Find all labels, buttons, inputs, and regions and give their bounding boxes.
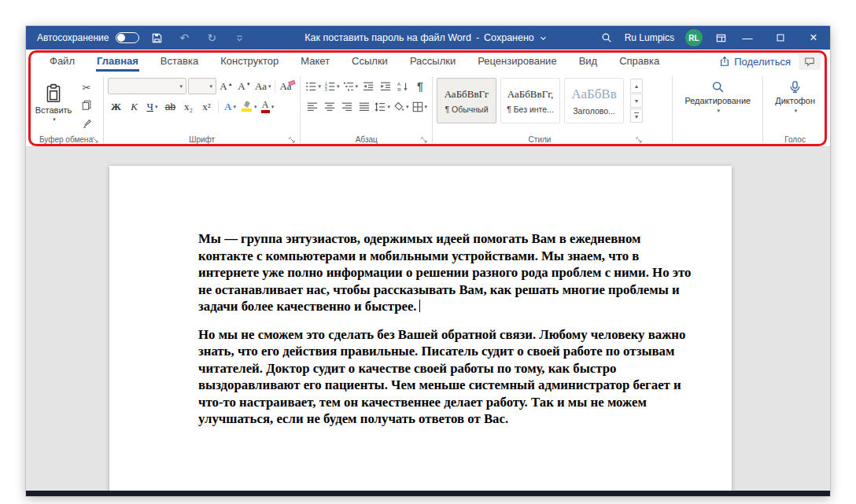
font-name-select[interactable]	[108, 78, 186, 94]
font-size-select[interactable]	[188, 78, 216, 94]
tab-view[interactable]: Вид	[568, 50, 609, 73]
superscript-button[interactable]: х²	[198, 98, 215, 115]
bullets-button[interactable]	[304, 78, 322, 94]
align-right-icon	[341, 101, 352, 112]
cut-button[interactable]: ✂	[77, 79, 96, 95]
align-left-icon	[307, 101, 318, 112]
ribbon-group-clipboard: Вставить ✂ Буфер обмена	[29, 73, 103, 146]
line-spacing-button[interactable]	[374, 98, 391, 115]
styles-dialog-launcher[interactable]	[635, 136, 643, 144]
copy-button[interactable]	[77, 97, 96, 113]
italic-button[interactable]: К	[126, 98, 142, 115]
ribbon-group-voice: Диктофон Голос	[763, 73, 827, 146]
increase-indent-button[interactable]	[378, 78, 393, 94]
tab-file[interactable]: Файл	[39, 50, 86, 73]
search-icon[interactable]	[596, 27, 617, 49]
shading-button[interactable]	[393, 98, 410, 115]
styles-scroll-up-button[interactable]: ▲	[630, 79, 643, 93]
style-card-heading1[interactable]: АаБбВв Заголово...	[564, 78, 624, 123]
multilevel-list-icon	[343, 81, 354, 92]
redo-button[interactable]: ↻	[201, 27, 222, 49]
highlight-color-button[interactable]	[240, 98, 258, 115]
paragraph[interactable]: Мы — группа энтузиастов, одержимых идеей…	[198, 230, 692, 315]
clipboard-dialog-launcher[interactable]	[91, 136, 99, 144]
up-caret-icon: ▲	[228, 82, 233, 86]
tab-mailings[interactable]: Рассылки	[399, 50, 467, 73]
paragraph[interactable]: Но мы не сможем это сделать без Вашей об…	[198, 326, 692, 428]
numbering-button[interactable]	[323, 78, 341, 94]
borders-button[interactable]	[411, 98, 429, 115]
clear-formatting-button[interactable]: Аа	[279, 78, 296, 94]
styles-scroll-down-button[interactable]: ▼	[630, 94, 643, 108]
account-name[interactable]: Ru Lumpics	[625, 32, 674, 43]
tab-references[interactable]: Ссылки	[341, 50, 399, 73]
align-right-button[interactable]	[339, 98, 355, 115]
title-separator: -	[476, 32, 479, 43]
shrink-font-button[interactable]: А▼	[236, 78, 253, 94]
ribbon-group-paragraph: ¶ Абзац	[301, 73, 432, 146]
maximize-button[interactable]	[764, 26, 797, 50]
underline-button[interactable]: Ч	[144, 98, 160, 115]
document-page[interactable]: Мы — группа энтузиастов, одержимых идеей…	[109, 166, 732, 491]
saved-status[interactable]: Сохранено	[484, 32, 534, 43]
align-center-icon	[324, 101, 335, 112]
font-color-button[interactable]: А	[259, 98, 275, 115]
change-case-button[interactable]: Аа	[254, 78, 272, 94]
tab-home[interactable]: Главная	[86, 50, 149, 73]
line-spacing-icon	[374, 101, 386, 112]
tab-review[interactable]: Рецензирование	[467, 50, 567, 73]
scroll-up-icon: ▲	[634, 83, 640, 89]
strikethrough-button[interactable]: ab	[162, 98, 179, 115]
justify-button[interactable]	[356, 98, 372, 115]
avatar[interactable]: RL	[685, 29, 703, 46]
close-button[interactable]: ×	[797, 26, 830, 50]
ribbon: Вставить ✂ Буфер обмена	[26, 73, 830, 147]
document-area: Мы — группа энтузиастов, одержимых идеей…	[26, 147, 830, 491]
show-paragraph-marks-button[interactable]: ¶	[412, 78, 428, 94]
font-dialog-launcher[interactable]	[288, 136, 296, 144]
autosave-toggle[interactable]	[116, 32, 139, 43]
document-text[interactable]: Мы — группа энтузиастов, одержимых идеей…	[198, 230, 692, 439]
paragraph-dialog-launcher[interactable]	[420, 136, 428, 144]
clipboard-icon	[45, 83, 62, 104]
saved-chevron-icon[interactable]	[539, 34, 548, 42]
editing-button[interactable]: Редактирование	[677, 75, 758, 114]
customize-qat-button[interactable]	[229, 27, 249, 49]
multilevel-list-button[interactable]	[342, 78, 360, 94]
styles-gallery-more-button[interactable]: ▼	[630, 109, 643, 123]
bold-button[interactable]: Ж	[108, 98, 124, 115]
style-card-normal[interactable]: АаБбВвГг ¶ Обычный	[437, 78, 496, 123]
undo-icon: ↶	[180, 32, 190, 43]
decrease-indent-button[interactable]	[360, 78, 376, 94]
comments-button[interactable]	[799, 53, 821, 70]
tab-design[interactable]: Конструктор	[209, 50, 290, 73]
format-painter-icon	[81, 118, 92, 129]
eraser-icon	[289, 80, 296, 86]
share-button[interactable]: Поделиться	[719, 56, 791, 68]
undo-button[interactable]: ↶	[174, 27, 194, 49]
scroll-down-icon: ▼	[634, 98, 640, 104]
clipboard-group-label: Буфер обмена	[33, 133, 99, 146]
dictate-button[interactable]: Диктофон	[767, 75, 823, 114]
save-button[interactable]	[146, 27, 167, 49]
subscript-button[interactable]: х₂	[180, 98, 197, 115]
minimize-icon: —	[743, 32, 753, 44]
tab-layout[interactable]: Макет	[290, 50, 341, 73]
tab-insert[interactable]: Вставка	[149, 50, 209, 73]
format-painter-button[interactable]	[77, 116, 96, 131]
sort-button[interactable]	[395, 78, 411, 94]
tab-help[interactable]: Справка	[608, 50, 670, 73]
minimize-button[interactable]: —	[731, 26, 764, 50]
style-card-no-spacing[interactable]: АаБбВвГг, ¶ Без инте...	[500, 78, 560, 123]
ribbon-display-options-button[interactable]	[710, 27, 731, 49]
text-effects-button[interactable]: А	[222, 98, 238, 115]
paste-button[interactable]: Вставить	[33, 75, 74, 131]
align-center-button[interactable]	[322, 98, 338, 115]
paragraph-group-label: Абзац	[304, 133, 428, 146]
align-left-button[interactable]	[304, 98, 320, 115]
grow-font-button[interactable]: А▲	[218, 78, 234, 94]
borders-icon	[412, 101, 423, 112]
bullets-icon	[305, 81, 316, 92]
word-window: Автосохранение ↶ ↻ Как поставить пароль …	[26, 26, 830, 496]
share-icon	[719, 56, 730, 67]
